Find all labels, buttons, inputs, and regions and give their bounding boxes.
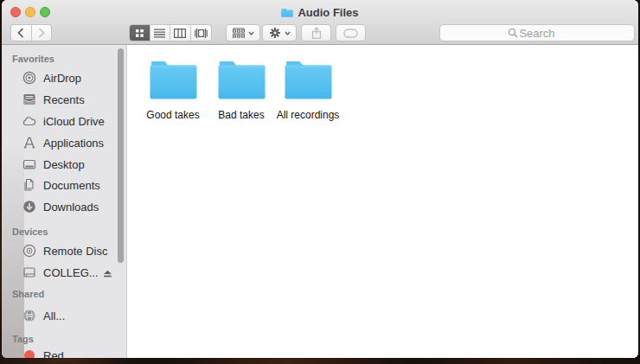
share-button[interactable] [301,24,331,42]
share-icon [311,27,322,39]
sidebar-item-remote-disc[interactable]: Remote Disc [2,243,126,259]
recents-icon [22,93,36,106]
sidebar-item-label: Applications [43,137,104,150]
applications-icon [22,136,36,150]
search-input[interactable] [439,24,635,42]
sidebar-item-documents[interactable]: Documents [2,177,126,193]
chevron-down-icon [285,31,291,35]
external-drive-icon [22,265,36,279]
sidebar: Favorites AirDrop [2,45,127,358]
window-title-row: Audio Files [2,5,638,19]
sidebar-item-label: Recents [43,93,85,106]
list-view-button[interactable] [150,25,171,41]
globe-icon [22,309,36,322]
gear-icon [269,27,281,39]
cover-flow-view-button[interactable] [191,25,211,41]
sidebar-item-applications[interactable]: Applications [2,135,126,150]
icon-view-button[interactable] [130,25,150,41]
sidebar-section-devices: Devices [12,226,48,238]
navigation-buttons [10,24,52,42]
sidebar-item-colleg-drive[interactable]: COLLEG... [2,265,126,280]
forward-button[interactable] [32,25,52,41]
desktop-wallpaper: Audio Files [0,0,640,364]
documents-icon [22,178,36,192]
sidebar-item-label: Downloads [43,201,99,214]
sidebar-item-label: Documents [43,179,100,192]
sidebar-item-label: iCloud Drive [43,115,105,128]
sidebar-item-downloads[interactable]: Downloads [2,199,126,214]
sidebar-item-label: All... [43,310,65,322]
chevron-down-icon [248,31,254,35]
sidebar-section-favorites: Favorites [12,53,54,65]
sidebar-item-label: Remote Disc [43,245,107,258]
folder-proxy-icon [281,7,293,17]
view-segmented-control [129,24,212,42]
desktop-icon [22,157,36,171]
folder-icon [284,59,333,100]
column-view-button[interactable] [170,25,191,41]
sidebar-scrollbar[interactable] [118,48,124,263]
sidebar-item-recents[interactable]: Recents [2,92,126,107]
sidebar-item-label: Desktop [43,158,85,171]
sidebar-item-label: AirDrop [43,72,81,85]
airdrop-icon [22,71,36,85]
folder-icon [217,59,266,100]
finder-window: Audio Files [2,0,638,358]
sidebar-item-all-shared[interactable]: All... [2,308,126,323]
sidebar-item-icloud-drive[interactable]: iCloud Drive [2,113,126,129]
downloads-icon [22,200,36,214]
eject-icon[interactable] [100,266,114,280]
red-tag-icon [22,348,36,358]
window-title: Audio Files [298,6,358,19]
tag-icon [343,29,358,38]
disc-icon [22,244,36,258]
arrange-button[interactable] [226,24,260,42]
sidebar-item-airdrop[interactable]: AirDrop [2,70,126,86]
sidebar-section-tags: Tags [12,333,34,345]
icloud-icon [22,114,36,128]
back-button[interactable] [11,25,32,41]
sidebar-section-shared: Shared [12,288,44,300]
folder-icon [149,59,198,100]
sidebar-item-desktop[interactable]: Desktop [2,156,126,172]
folder-name: All recordings [269,109,347,121]
sidebar-item-label: COLLEG... [43,266,99,279]
sidebar-item-label: Red [43,349,64,359]
folder-good-takes[interactable]: Good takes [134,59,212,121]
titlebar: Audio Files [2,0,638,45]
action-button[interactable] [262,24,297,42]
folder-name: Good takes [134,109,212,121]
file-browser-area[interactable]: Good takes Bad takes [127,45,638,358]
folder-all-recordings[interactable]: All recordings [269,59,347,121]
tags-button[interactable] [336,24,366,42]
sidebar-item-tag-red[interactable]: Red [2,348,126,358]
